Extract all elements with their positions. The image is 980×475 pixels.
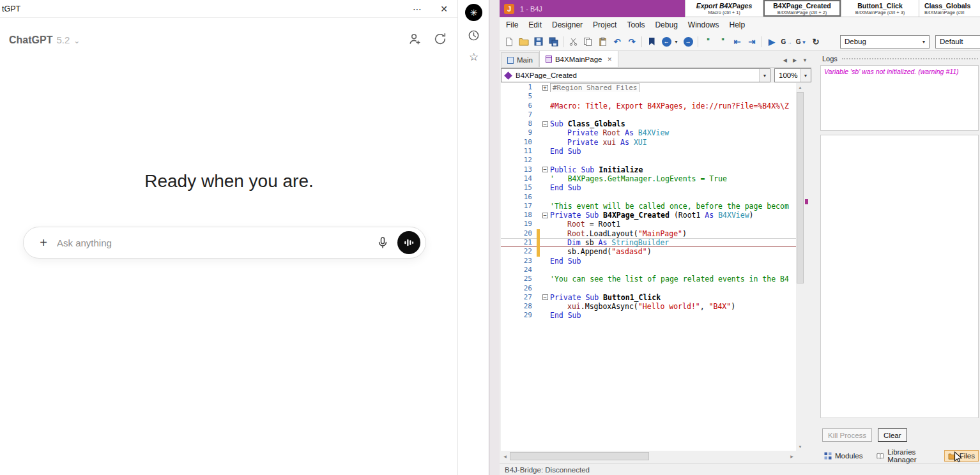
line-number[interactable]: 12 — [501, 156, 537, 165]
caret-down-icon[interactable]: ▼ — [800, 69, 811, 82]
kill-process-button[interactable]: Kill Process — [822, 428, 872, 442]
attach-plus-icon[interactable]: + — [36, 236, 50, 250]
dictate-button[interactable] — [372, 232, 394, 253]
line-number[interactable]: 16 — [501, 193, 537, 202]
menu-help[interactable]: Help — [724, 19, 751, 31]
code-line[interactable]: 8−Sub Class_Globals — [501, 119, 796, 128]
uncomment-icon[interactable]: '' — [716, 34, 730, 49]
line-number[interactable]: 14 — [501, 174, 537, 183]
line-number[interactable]: 18 — [501, 211, 537, 220]
line-number[interactable]: 23 — [501, 257, 537, 266]
code-line[interactable]: 28xui.MsgboxAsync("Hello world!", "B4X") — [501, 302, 796, 311]
menu-debug[interactable]: Debug — [650, 19, 682, 31]
new-file-icon[interactable] — [502, 34, 516, 49]
collapse-region-icon[interactable]: − — [542, 121, 548, 127]
navigate-forward-icon[interactable]: → — [681, 34, 695, 49]
zoom-selector[interactable]: 100% ▼ — [774, 68, 811, 82]
caret-down-icon[interactable]: ▼ — [759, 69, 770, 82]
line-number[interactable]: 21 — [501, 238, 537, 247]
line-number[interactable]: 5 — [501, 92, 537, 101]
menu-project[interactable]: Project — [588, 19, 622, 31]
code-line[interactable]: 16 — [501, 193, 796, 202]
tab-modules[interactable]: Modules — [821, 451, 866, 461]
history-clock-icon[interactable] — [465, 27, 482, 44]
copy-icon[interactable] — [581, 34, 595, 49]
logs-output[interactable]: Variable 'sb' was not initialized. (warn… — [820, 65, 979, 131]
collapse-region-icon[interactable]: − — [542, 294, 548, 300]
bookmark-icon[interactable] — [645, 34, 659, 49]
line-number[interactable]: 9 — [501, 128, 537, 137]
code-line[interactable]: 11End Sub — [501, 147, 796, 156]
tab-b4xmainpage[interactable]: B4XMainPage ✕ — [539, 50, 618, 67]
openai-logo-icon[interactable]: ✳ — [465, 4, 482, 21]
code-line[interactable]: 19Root = Root1 — [501, 220, 796, 229]
horizontal-scroll-thumb[interactable] — [510, 452, 649, 460]
redo-icon[interactable]: ↷ — [625, 34, 639, 49]
save-icon[interactable] — [532, 34, 546, 49]
panel-grip[interactable] — [842, 58, 978, 59]
code-line[interactable]: 7 — [501, 110, 796, 119]
close-tab-icon[interactable]: ✕ — [607, 56, 612, 63]
menu-edit[interactable]: Edit — [523, 19, 547, 31]
line-number[interactable]: 13 — [501, 165, 537, 174]
line-number[interactable]: 27 — [501, 293, 537, 302]
code-editor[interactable]: 1+#Region Shared Files56#Macro: Title, E… — [501, 83, 796, 451]
indent-icon[interactable]: ⇥ — [745, 34, 759, 49]
macro-button-class-globals[interactable]: Class_Globals B4XMainPage (ctrl — [919, 0, 980, 17]
tab-libraries-manager[interactable]: Libraries Manager — [873, 447, 944, 465]
code-line[interactable]: 25'You can see the list of page related … — [501, 275, 796, 283]
line-number[interactable]: 11 — [501, 147, 537, 156]
run-configuration-select[interactable]: Default ▼ — [935, 35, 980, 49]
build-configuration-select[interactable]: Debug ▼ — [840, 35, 930, 49]
scroll-right-icon[interactable]: ▶ — [788, 451, 796, 461]
save-all-icon[interactable] — [546, 34, 560, 49]
line-number[interactable]: 24 — [501, 266, 537, 275]
menu-tools[interactable]: Tools — [622, 19, 650, 31]
line-number[interactable]: 17 — [501, 202, 537, 211]
code-line[interactable]: 13−Public Sub Initialize — [501, 165, 796, 174]
line-number[interactable]: 28 — [501, 302, 537, 311]
macro-button-b4xpage-created[interactable]: B4XPage_Created B4XMainPage (ctrl + 2) — [763, 0, 841, 17]
code-line[interactable]: 17'This event will be called once, befor… — [501, 202, 796, 211]
ask-anything-input[interactable] — [57, 238, 372, 248]
menu-windows[interactable]: Windows — [683, 19, 724, 31]
line-number[interactable]: 6 — [501, 102, 537, 110]
code-line[interactable]: 5 — [501, 92, 796, 101]
undo-icon[interactable]: ↶ — [610, 34, 624, 49]
temporary-chat-icon[interactable] — [433, 32, 447, 49]
model-picker[interactable]: ChatGPT 5.2 ⌄ — [9, 34, 80, 46]
step-into-icon[interactable]: G→ — [779, 34, 793, 49]
composer[interactable]: + — [23, 227, 426, 259]
code-line[interactable]: 24 — [501, 266, 796, 275]
logs-detail-area[interactable] — [820, 135, 979, 418]
editor-horizontal-scrollbar[interactable]: ◀ ▶ — [501, 451, 796, 461]
expand-region-icon[interactable]: + — [542, 85, 548, 91]
comment-icon[interactable]: '' — [701, 34, 715, 49]
line-number[interactable]: 29 — [501, 311, 537, 320]
macro-button-export[interactable]: Export B4XPages Macro (ctrl + 1) — [685, 0, 763, 17]
tabs-scroll-left-icon[interactable]: ◀ — [783, 57, 787, 63]
sub-selector[interactable]: B4XPage_Created ▼ — [501, 68, 770, 82]
code-line[interactable]: 14' B4XPages.GetManager.LogEvents = True — [501, 174, 796, 183]
vertical-scroll-thumb[interactable] — [797, 92, 804, 283]
window-menu-button[interactable]: ⋯ — [404, 0, 431, 18]
tabs-list-icon[interactable]: ▼ — [802, 57, 808, 63]
editor-vertical-scrollbar[interactable]: ▲ ▼ — [796, 83, 804, 451]
navigate-dropdown-icon[interactable]: ▼ — [674, 40, 680, 44]
line-number[interactable]: 20 — [501, 229, 537, 238]
line-number[interactable]: 25 — [501, 275, 537, 283]
code-line[interactable]: 6#Macro: Title, Export B4XPages, ide://r… — [501, 102, 796, 110]
scroll-left-icon[interactable]: ◀ — [501, 451, 509, 461]
tab-main[interactable]: Main — [501, 52, 539, 67]
star-icon[interactable]: ☆ — [465, 49, 482, 66]
rebuild-icon[interactable]: ↻ — [809, 34, 823, 49]
run-icon[interactable]: ▶ — [765, 34, 779, 49]
line-number[interactable]: 15 — [501, 183, 537, 192]
line-number[interactable]: 19 — [501, 220, 537, 229]
code-line[interactable]: 23End Sub — [501, 257, 796, 266]
line-number[interactable]: 26 — [501, 284, 537, 293]
code-line[interactable]: 26 — [501, 284, 796, 293]
menu-file[interactable]: File — [501, 19, 523, 31]
macro-button-button1-click[interactable]: Button1_Click B4XMainPage (ctrl + 3) — [841, 0, 919, 17]
line-number[interactable]: 10 — [501, 138, 537, 147]
